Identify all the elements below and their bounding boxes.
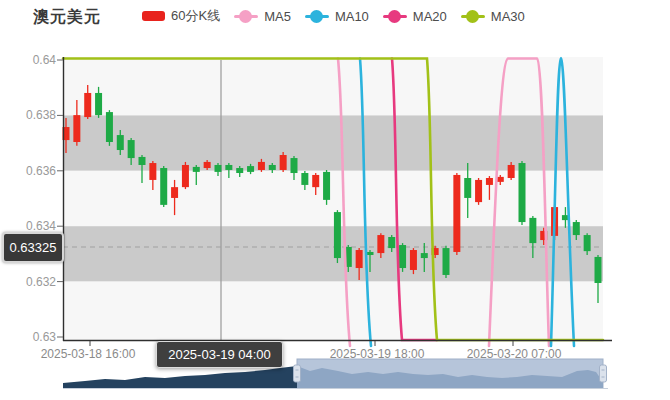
y-axis-label: 0.64 <box>0 54 56 66</box>
crosshair-time-badge: 2025-03-19 04:00 <box>156 341 283 368</box>
candle-body[interactable] <box>388 237 395 248</box>
candle-body[interactable] <box>486 178 493 185</box>
legend-label: MA20 <box>413 9 447 24</box>
x-axis-label: 2025-03-20 07:00 <box>467 347 562 361</box>
ma-line-dot-icon <box>461 10 485 23</box>
ma-line-dot-icon <box>383 10 407 23</box>
candle-body[interactable] <box>149 163 156 180</box>
candle-body[interactable] <box>377 235 384 253</box>
candle-body[interactable] <box>128 140 135 158</box>
candle-body[interactable] <box>291 158 298 173</box>
legend-dot <box>388 10 401 23</box>
candle-body[interactable] <box>399 245 406 268</box>
navigator-shadow-unselected[interactable] <box>63 366 297 388</box>
y-axis-label: 0.636 <box>0 165 56 177</box>
candle-body[interactable] <box>356 250 363 268</box>
legend-label: MA30 <box>491 9 525 24</box>
candle-body[interactable] <box>171 187 178 198</box>
y-axis-label: 0.634 <box>0 220 56 232</box>
candle-body[interactable] <box>182 165 189 187</box>
candle-body[interactable] <box>225 165 232 170</box>
candle-body[interactable] <box>73 115 80 142</box>
legend-item-ma30[interactable]: MA30 <box>461 9 525 24</box>
ma-line-dot-icon <box>305 10 329 23</box>
candle-body[interactable] <box>443 248 450 275</box>
candle-body[interactable] <box>215 165 222 172</box>
y-axis-label: 0.632 <box>0 276 56 288</box>
navigator-handle-right[interactable] <box>600 365 607 382</box>
legend-item-ma10[interactable]: MA10 <box>305 9 369 24</box>
navigator-handle-left[interactable] <box>294 365 301 382</box>
candle-body[interactable] <box>117 135 124 150</box>
candle-body[interactable] <box>334 212 341 258</box>
candle-body[interactable] <box>280 155 287 170</box>
candle-body[interactable] <box>139 157 146 165</box>
candle-body[interactable] <box>247 166 254 172</box>
plot-stripe <box>63 57 603 115</box>
candle-body[interactable] <box>367 252 374 255</box>
candle-body[interactable] <box>497 177 504 182</box>
ma-line-dot-icon <box>234 10 258 23</box>
candle-body[interactable] <box>301 173 308 185</box>
legend-label: MA5 <box>264 9 291 24</box>
candle-body[interactable] <box>269 165 276 170</box>
candle-body[interactable] <box>95 93 102 115</box>
candle-body[interactable] <box>508 165 515 178</box>
kline-swatch-icon <box>142 11 165 21</box>
legend-label: MA10 <box>335 9 369 24</box>
x-axis-label: 2025-03-19 18:00 <box>330 347 425 361</box>
candle-body[interactable] <box>573 222 580 235</box>
candle-body[interactable] <box>204 162 211 168</box>
legend-item-ma20[interactable]: MA20 <box>383 9 447 24</box>
y-axis-label: 0.638 <box>0 109 56 121</box>
candle-body[interactable] <box>258 162 265 170</box>
candle-body[interactable] <box>312 175 319 187</box>
kline-plot-canvas[interactable] <box>0 0 670 400</box>
candle-body[interactable] <box>529 218 536 243</box>
candle-body[interactable] <box>464 178 471 198</box>
x-axis-label: 2025-03-18 16:00 <box>41 347 136 361</box>
legend-label: 60分K线 <box>171 7 220 25</box>
candle-body[interactable] <box>323 172 330 200</box>
candle-body[interactable] <box>236 168 243 173</box>
candle-body[interactable] <box>421 253 428 258</box>
candle-body[interactable] <box>519 163 526 222</box>
candle-body[interactable] <box>595 257 602 283</box>
legend-dot <box>239 10 252 23</box>
candle-body[interactable] <box>84 93 91 117</box>
candle-body[interactable] <box>410 250 417 270</box>
legend-item-ma5[interactable]: MA5 <box>234 9 291 24</box>
candle-body[interactable] <box>453 175 460 252</box>
candle-body[interactable] <box>106 112 113 142</box>
kline-chart-page: 澳元美元 60分K线MA5MA10MA20MA30 0.640.6380.636… <box>0 0 670 400</box>
legend-dot <box>310 10 323 23</box>
legend: 60分K线MA5MA10MA20MA30 <box>142 6 525 26</box>
legend-dot <box>466 10 479 23</box>
candle-body[interactable] <box>160 168 167 205</box>
y-axis-label: 0.63 <box>0 331 56 343</box>
candle-body[interactable] <box>193 167 200 172</box>
candle-body[interactable] <box>584 235 591 251</box>
plot-stripe <box>63 226 603 281</box>
plot-stripe <box>63 282 603 340</box>
crosshair-price-badge: 0.63325 <box>2 232 64 263</box>
pair-title: 澳元美元 <box>33 7 101 28</box>
legend-item-kline[interactable]: 60分K线 <box>142 7 220 25</box>
candle-body[interactable] <box>475 180 482 202</box>
